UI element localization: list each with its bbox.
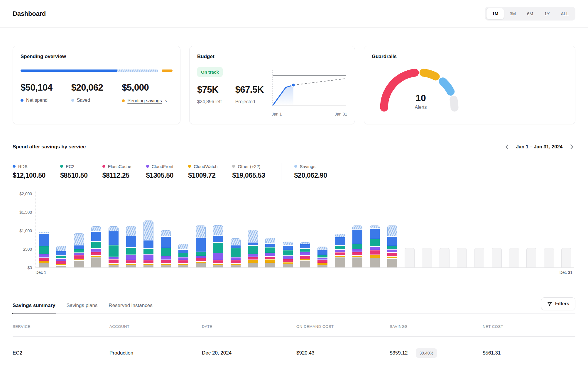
- bar-segment: [143, 265, 153, 267]
- bar-segment: [143, 260, 153, 263]
- range-button-1y[interactable]: 1Y: [539, 8, 555, 19]
- stacked-bar-day-16[interactable]: [300, 242, 310, 267]
- stacked-bar-day-11[interactable]: [213, 225, 223, 267]
- stacked-bar-day-1[interactable]: [39, 232, 49, 267]
- bar-segment: [91, 252, 101, 255]
- bar-segment: [126, 248, 136, 255]
- y-tick-label: $2,000: [19, 191, 32, 196]
- chart-start-gridline: [36, 190, 36, 268]
- bar-segment: [74, 259, 84, 260]
- col-net-cost: NET COST: [483, 324, 575, 329]
- stacked-bar-day-10[interactable]: [196, 226, 206, 267]
- table-row[interactable]: EC2 Production Dec 20, 2024 $920.43 $359…: [13, 337, 575, 358]
- bar-segment: [161, 265, 171, 267]
- tab-reserved-instances[interactable]: Reserved instances: [109, 303, 152, 314]
- savings-dot: [294, 165, 297, 168]
- pending-savings-bar-segment: [162, 69, 173, 72]
- saved-metric: $20,062 Saved: [71, 82, 122, 104]
- stacked-bar-day-7[interactable]: [143, 221, 153, 267]
- stacked-bar-day-20[interactable]: [370, 226, 380, 267]
- stacked-bar-day-18[interactable]: [335, 234, 345, 267]
- bar-segment: [109, 264, 119, 265]
- legend-item-savings[interactable]: Savings $20,062.90: [294, 164, 327, 179]
- chevron-right-icon[interactable]: ›: [165, 98, 167, 104]
- savings-table: SERVICE ACCOUNT DATE ON DEMAND COST SAVI…: [0, 324, 588, 358]
- bar-segment: [370, 229, 380, 238]
- bar-segment: [370, 258, 380, 267]
- alerts-count: 10: [375, 93, 466, 104]
- bar-segment: [178, 260, 188, 263]
- bar-segment: [300, 261, 310, 267]
- stacked-bar-day-2[interactable]: [56, 246, 66, 267]
- table-tabs-row: Savings summary Savings plans Reserved i…: [0, 297, 588, 314]
- bar-segment: [317, 255, 327, 257]
- rds-value: $12,100.50: [13, 172, 45, 179]
- savings-value: $20,062.90: [294, 172, 327, 179]
- bars-area: [39, 190, 571, 267]
- range-button-all[interactable]: ALL: [555, 8, 574, 19]
- bar-segment: [126, 226, 136, 236]
- bar-segment: [335, 250, 345, 252]
- stacked-bar-day-14[interactable]: [265, 238, 275, 267]
- bar-segment: [335, 246, 345, 249]
- budget-xlabel-start: Jan 1: [272, 112, 282, 116]
- time-range-control: 1M 3M 6M 1Y ALL: [485, 7, 575, 21]
- legend-item-rds[interactable]: RDS $12,100.50: [13, 164, 45, 179]
- bar-segment: [39, 258, 49, 261]
- stacked-bar-day-8[interactable]: [161, 230, 171, 267]
- elasticache-dot: [102, 165, 105, 168]
- bar-segment: [109, 260, 119, 263]
- stacked-bar-day-3[interactable]: [74, 233, 84, 267]
- chevron-left-icon[interactable]: [503, 143, 511, 151]
- budget-card: Budget On track $75K $24,896 left $67.5K…: [189, 46, 355, 124]
- stacked-bar-day-13[interactable]: [248, 230, 258, 267]
- bar-segment: [370, 226, 380, 228]
- range-button-3m[interactable]: 3M: [504, 8, 521, 19]
- date-range-label: Jan 1 – Jan 31, 2024: [516, 144, 562, 150]
- bar-segment: [265, 253, 275, 256]
- legend-item-other[interactable]: Other (+22) $19,065.53: [232, 164, 265, 179]
- stacked-bar-day-15[interactable]: [283, 242, 293, 267]
- tab-savings-plans[interactable]: Savings plans: [67, 303, 98, 314]
- col-on-demand-cost: ON DEMAND COST: [296, 324, 390, 329]
- bar-segment: [196, 252, 206, 256]
- budget-status-badge: On track: [197, 67, 223, 77]
- budget-left-label: $24,896 left: [197, 99, 222, 104]
- bar-segment: [283, 246, 293, 250]
- cloudwatch-value: $1009.72: [188, 172, 217, 179]
- placeholder-bar: [526, 248, 536, 267]
- bar-segment: [265, 247, 275, 253]
- bar-segment: [300, 259, 310, 260]
- stacked-bar-day-19[interactable]: [352, 226, 362, 267]
- bar-segment: [317, 265, 327, 267]
- bar-segment: [265, 257, 275, 259]
- legend-item-ec2[interactable]: EC2 $8510.50: [60, 164, 88, 179]
- chevron-right-icon[interactable]: [568, 143, 575, 151]
- stacked-bar-day-5[interactable]: [109, 226, 119, 267]
- col-account: ACCOUNT: [109, 324, 202, 329]
- bar-segment: [196, 226, 206, 238]
- net-spend-value: $50,104: [21, 82, 71, 93]
- stacked-bar-day-17[interactable]: [317, 247, 327, 267]
- placeholder-bar: [492, 248, 502, 267]
- range-button-6m[interactable]: 6M: [521, 8, 539, 19]
- bar-segment: [231, 264, 241, 265]
- range-button-1m[interactable]: 1M: [486, 8, 504, 19]
- stacked-bar-day-9[interactable]: [178, 244, 188, 267]
- stacked-bar-day-4[interactable]: [91, 226, 101, 267]
- filter-funnel-icon: [547, 301, 552, 306]
- bar-segment: [317, 250, 327, 255]
- stacked-bar-day-21[interactable]: [387, 226, 397, 267]
- legend-item-cloudwatch[interactable]: CloudWatch $1009.72: [188, 164, 217, 179]
- filters-button[interactable]: Filters: [541, 297, 575, 310]
- y-tick-label: $500: [23, 247, 32, 252]
- budget-projected-label: Projected: [235, 99, 264, 104]
- legend-item-elasticache[interactable]: ElastiCache $8112.25: [102, 164, 131, 179]
- bar-segment: [196, 256, 206, 258]
- tab-savings-summary[interactable]: Savings summary: [13, 303, 55, 314]
- pending-savings-link[interactable]: Pending savings: [127, 98, 162, 104]
- legend-item-cloudfront[interactable]: CloudFront $1305.50: [146, 164, 174, 179]
- bar-segment: [352, 230, 362, 244]
- stacked-bar-day-6[interactable]: [126, 226, 136, 267]
- stacked-bar-day-12[interactable]: [231, 238, 241, 267]
